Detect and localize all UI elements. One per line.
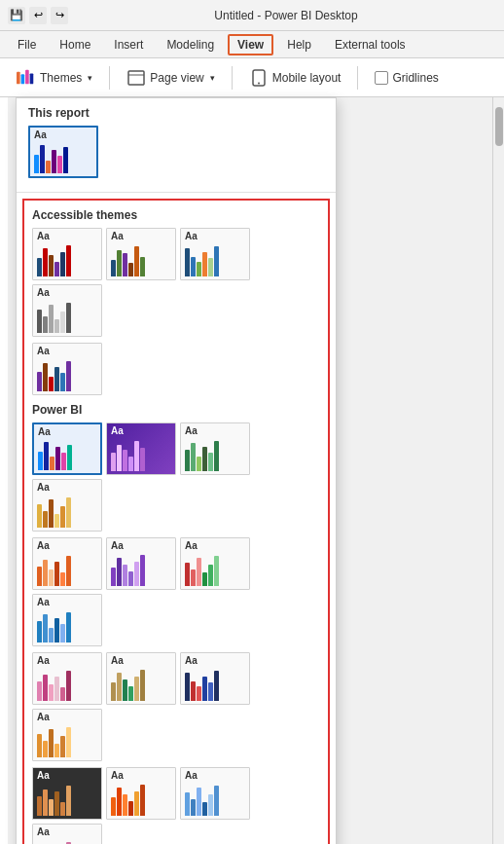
page-view-label: Page view <box>150 71 203 85</box>
powerbi-theme-5[interactable]: Aa <box>32 537 102 590</box>
accessible-theme-4[interactable]: Aa <box>32 284 102 337</box>
scrollbar-thumb[interactable] <box>495 107 503 146</box>
powerbi-theme-16[interactable]: Aa <box>32 824 102 844</box>
themes-chevron: ▾ <box>88 73 92 83</box>
powerbi-theme-14[interactable]: Aa <box>106 767 176 820</box>
accessible-theme-grid: Aa Aa <box>32 228 320 337</box>
ribbon-sep-1 <box>109 66 110 90</box>
themes-button[interactable]: Themes ▾ <box>8 63 101 92</box>
svg-rect-0 <box>17 71 20 84</box>
power-bi-row-3: Aa Aa <box>32 652 320 761</box>
gridlines-label: Gridlines <box>392 71 438 85</box>
accessible-themes-label: Accessible themes <box>32 208 320 222</box>
gridlines-button[interactable]: Gridlines <box>366 66 447 90</box>
undo-icon[interactable]: ↩ <box>29 7 47 24</box>
window-title: Untitled - Power BI Desktop <box>76 9 496 22</box>
themes-bordered-section: Accessible themes Aa <box>22 199 330 844</box>
page-view-chevron: ▾ <box>210 73 215 83</box>
powerbi-theme-9[interactable]: Aa <box>32 652 102 705</box>
menu-modeling[interactable]: Modeling <box>157 34 224 55</box>
powerbi-theme-12[interactable]: Aa <box>32 709 102 761</box>
current-theme-card[interactable]: Aa <box>28 126 98 178</box>
powerbi-theme-8[interactable]: Aa <box>32 594 102 646</box>
powerbi-theme-6[interactable]: Aa <box>106 537 176 590</box>
powerbi-theme-3[interactable]: Aa <box>180 422 250 475</box>
current-theme-grid: Aa <box>28 126 324 178</box>
powerbi-theme-2[interactable]: Aa <box>106 422 176 475</box>
menu-bar: File Home Insert Modeling View Help Exte… <box>0 31 504 58</box>
power-bi-label: Power BI <box>32 403 320 417</box>
page-view-icon <box>126 68 146 88</box>
menu-home[interactable]: Home <box>50 34 100 55</box>
powerbi-theme-7[interactable]: Aa <box>180 537 250 590</box>
themes-label: Themes <box>40 71 82 85</box>
app-window: 💾 ↩ ↪ Untitled - Power BI Desktop File H… <box>0 0 504 844</box>
menu-view[interactable]: View <box>228 34 273 55</box>
accessible-theme-2[interactable]: Aa <box>106 228 176 280</box>
ribbon-sep-3 <box>357 66 358 90</box>
themes-icon <box>17 68 36 88</box>
accessible-theme-3[interactable]: Aa <box>180 228 250 280</box>
theme-aa-label: Aa <box>34 130 92 140</box>
save-icon[interactable]: 💾 <box>8 7 25 24</box>
menu-file[interactable]: File <box>8 34 46 55</box>
ribbon: Themes ▾ Page view ▾ Mobile layout <box>0 58 504 97</box>
accessible-theme-1[interactable]: Aa <box>32 228 102 280</box>
power-bi-row-1: Aa Aa <box>32 422 320 532</box>
powerbi-theme-10[interactable]: Aa <box>106 652 176 705</box>
svg-rect-1 <box>21 74 25 84</box>
accessible-theme-grid-2: Aa <box>32 343 320 395</box>
page-view-button[interactable]: Page view ▾ <box>118 63 223 92</box>
themes-dropdown: This report Aa <box>16 97 337 844</box>
power-bi-row-2: Aa Aa <box>32 537 320 646</box>
powerbi-theme-15[interactable]: Aa <box>180 767 250 820</box>
svg-rect-4 <box>128 71 144 85</box>
this-report-label: This report <box>28 106 324 120</box>
powerbi-theme-11[interactable]: Aa <box>180 652 250 705</box>
ribbon-sep-2 <box>232 66 233 90</box>
svg-rect-3 <box>30 73 34 84</box>
title-bar: 💾 ↩ ↪ Untitled - Power BI Desktop <box>0 0 504 31</box>
powerbi-theme-4[interactable]: Aa <box>32 479 102 532</box>
power-bi-row-4: Aa Aa <box>32 767 320 844</box>
title-bar-icons: 💾 ↩ ↪ <box>8 7 68 24</box>
powerbi-theme-1[interactable]: Aa <box>32 422 102 475</box>
theme-bars <box>34 142 92 173</box>
gridlines-checkbox[interactable] <box>375 71 388 85</box>
mobile-layout-label: Mobile layout <box>272 71 342 85</box>
accessible-theme-5[interactable]: Aa <box>32 343 102 395</box>
powerbi-theme-13[interactable]: Aa <box>32 767 102 820</box>
svg-point-7 <box>258 82 260 84</box>
mobile-layout-button[interactable]: Mobile layout <box>240 63 350 92</box>
redo-icon[interactable]: ↪ <box>51 7 68 24</box>
menu-help[interactable]: Help <box>277 34 321 55</box>
this-report-section: This report Aa <box>17 98 336 193</box>
scrollbar[interactable] <box>492 97 504 844</box>
mobile-layout-icon <box>249 68 269 88</box>
menu-external-tools[interactable]: External tools <box>325 34 415 55</box>
svg-rect-2 <box>25 69 29 84</box>
menu-insert[interactable]: Insert <box>104 34 153 55</box>
